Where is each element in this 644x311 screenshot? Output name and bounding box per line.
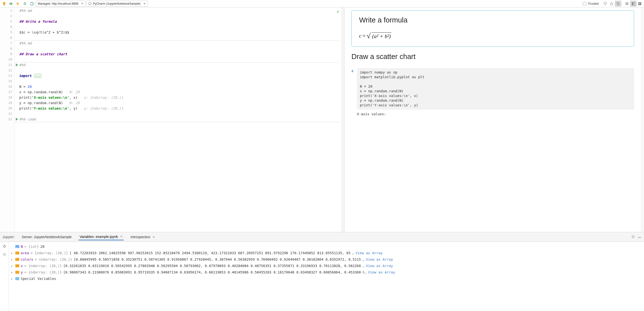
minimize-icon[interactable]: [638, 235, 642, 239]
code-text: , y): [69, 106, 78, 110]
svg-rect-11: [632, 2, 633, 5]
variable-row[interactable]: N = {int} 20: [10, 243, 644, 250]
trusted-label: Trusted: [588, 2, 598, 5]
tab-introspection[interactable]: Introspection✕: [130, 234, 156, 240]
preview-cell-scatter[interactable]: Draw a scatter chart: [352, 52, 634, 61]
tab-server[interactable]: Server: JupyterNotebookSample: [21, 234, 72, 240]
run-all-icon[interactable]: [8, 1, 14, 7]
intention-bulb-icon[interactable]: [1, 1, 8, 7]
interrupt-icon[interactable]: [15, 1, 21, 7]
code-text: x = np.random.rand(N): [19, 90, 63, 94]
line-number: 1: [0, 8, 14, 13]
server-selector[interactable]: Managed: http://localhost:8888: [36, 1, 86, 7]
variable-row[interactable]: ▸ x = {ndarray: (20,)} [0.33261835 0.631…: [10, 263, 644, 269]
line-number: 20: [0, 106, 14, 111]
code-text: import: [19, 74, 32, 78]
code-text: , x): [69, 95, 78, 99]
server-selector-label: Managed: http://localhost:8888: [38, 2, 78, 5]
chevron-down-icon: [81, 2, 84, 5]
line-number: 3: [0, 19, 14, 24]
line-number: 10: [0, 57, 14, 62]
view-as-array-link[interactable]: View as Array: [356, 250, 383, 256]
close-icon[interactable]: ✕: [152, 235, 155, 239]
int-icon: [15, 245, 19, 248]
line-number: 6: [0, 35, 14, 40]
expand-icon[interactable]: ▸: [11, 276, 14, 282]
cell-below-icon[interactable]: [602, 1, 608, 7]
variable-name: N: [21, 243, 23, 250]
variable-row[interactable]: ▸ Special Variables: [10, 276, 644, 282]
execution-count: 4: [346, 68, 353, 110]
variables-tree[interactable]: N = {int} 20 ▸ area = {ndarray: (20,)} […: [9, 242, 644, 311]
variable-name: y: [21, 269, 23, 276]
view-as-array-link[interactable]: View as Array: [366, 256, 393, 263]
special-vars-icon: [15, 277, 19, 280]
line-number: 16: [0, 84, 14, 89]
svg-rect-5: [610, 3, 613, 5]
inline-hint: x: {ndarray: (20,)}: [78, 95, 123, 99]
editor-pane[interactable]: 1 2 3 4 5 6 7 8 9 10 11 12 13 15 16 17 1…: [0, 7, 344, 232]
svg-rect-10: [626, 4, 628, 5]
tab-variables[interactable]: Variables: example.ipynb✕: [78, 234, 124, 240]
code-text: #%% md: [19, 9, 32, 12]
svg-rect-16: [638, 237, 641, 238]
gear-icon[interactable]: [2, 253, 6, 257]
variables-panel: N = {int} 20 ▸ area = {ndarray: (20,)} […: [0, 242, 644, 311]
line-number: 2: [0, 13, 14, 19]
variable-row[interactable]: ▸ y = {ndarray: (20,)} [0.98007343 0.219…: [10, 269, 644, 276]
editor-scrollbar[interactable]: [342, 7, 344, 232]
inline-hint: N: 20: [63, 101, 80, 105]
svg-rect-0: [4, 5, 5, 5]
jupyter-logo-icon[interactable]: [29, 1, 35, 7]
editor-preview-split-icon[interactable]: [630, 1, 636, 7]
code-text: ## Write a formula: [19, 19, 57, 23]
restart-kernel-icon[interactable]: [22, 1, 28, 7]
code-text: 20: [28, 85, 32, 89]
ndarray-icon: [15, 271, 19, 274]
view-as-array-link[interactable]: View as Array: [368, 269, 395, 276]
line-gutter: 1 2 3 4 5 6 7 8 9 10 11 12 13 15 16 17 1…: [0, 7, 15, 232]
preview-cell-formula[interactable]: Write a formula c = √(a² + b²): [352, 10, 634, 47]
expand-icon[interactable]: ▸: [11, 269, 14, 276]
variable-row[interactable]: ▸ area = {ndarray: (20,)} [ 48.72203933 …: [10, 250, 644, 256]
line-number: 21: [0, 111, 14, 116]
gear-icon[interactable]: [631, 235, 635, 239]
line-number[interactable]: 22: [0, 116, 14, 122]
expand-icon[interactable]: ▸: [11, 256, 14, 263]
preview-pane[interactable]: Write a formula c = √(a² + b²) Draw a sc…: [344, 7, 644, 232]
line-number: 15: [0, 78, 14, 84]
expand-icon[interactable]: ▸: [11, 250, 14, 256]
expand-icon[interactable]: ▸: [11, 263, 14, 269]
checkbox-icon: [583, 2, 586, 5]
ndarray-icon: [15, 264, 19, 267]
sync-scroll-icon[interactable]: [615, 1, 621, 7]
code-text: ## Draw a scatter chart: [19, 52, 67, 56]
code-editor[interactable]: ✔ #%% md ## Write a formula $$c = \sqrt(…: [15, 7, 342, 232]
preview-output: X-axis values:: [357, 112, 634, 116]
close-icon[interactable]: ✕: [120, 235, 123, 238]
preview-code-cell[interactable]: 4 import numpy as np import matplotlib.p…: [346, 68, 634, 110]
kernel-selector[interactable]: PyCharm (JupyterNotebookSample): [86, 1, 148, 7]
code-text: print(: [19, 106, 32, 110]
line-number: 18: [0, 95, 14, 100]
line-number: 7: [0, 40, 14, 46]
code-text: 'Y-axis values:\n': [32, 106, 70, 110]
variable-row[interactable]: ▸ colors = {ndarray: (20,)} [0.88845995 …: [10, 256, 644, 263]
svg-rect-12: [634, 2, 635, 5]
cell-above-icon[interactable]: [608, 1, 615, 7]
line-number: 9: [0, 51, 14, 57]
preview-formula: c = √(a² + b²): [359, 31, 626, 40]
view-as-array-link[interactable]: View as Array: [366, 263, 393, 269]
line-number[interactable]: 11: [0, 62, 14, 68]
variables-sidebar: [0, 242, 9, 311]
variable-name: colors: [21, 256, 33, 263]
kernel-status-icon: [88, 2, 91, 5]
code-fold[interactable]: ...: [34, 73, 42, 78]
code-text: 'X-axis values:\n': [32, 95, 70, 99]
line-number: 4: [0, 24, 14, 30]
trusted-toggle[interactable]: Trusted: [583, 2, 598, 5]
editor-only-icon[interactable]: [624, 1, 630, 7]
preview-only-icon[interactable]: [636, 1, 643, 7]
preview-scrollbar[interactable]: [641, 7, 644, 232]
refresh-icon[interactable]: [2, 244, 6, 249]
